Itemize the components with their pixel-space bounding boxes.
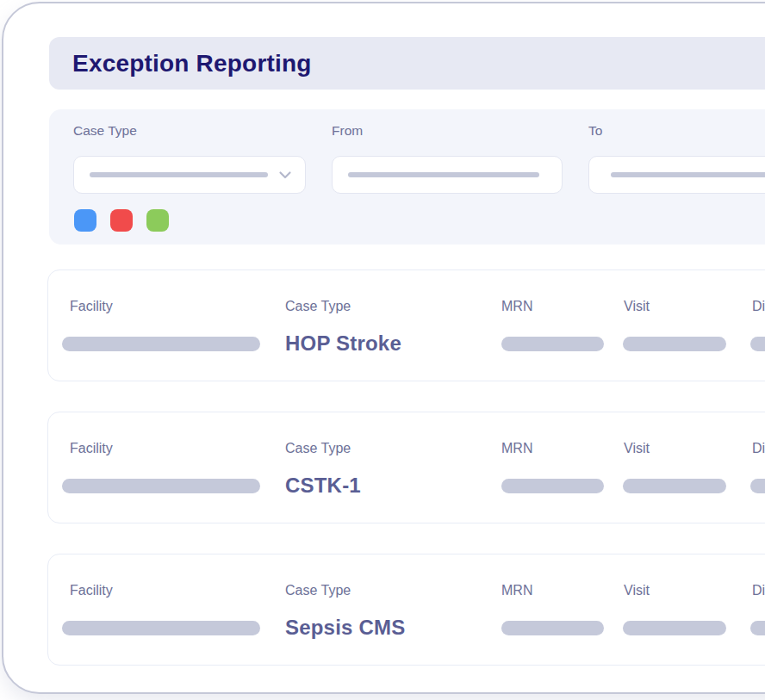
column-label-case-type: Case Type [285, 299, 351, 314]
visit-value-placeholder [623, 621, 726, 635]
discharge-value-placeholder [750, 479, 765, 493]
to-date-input[interactable] [588, 156, 765, 194]
discharge-value-placeholder [750, 621, 765, 635]
case-type-select[interactable] [73, 156, 306, 194]
filter-bar: Case Type From To [49, 109, 765, 245]
column-label-discharge: Di [752, 583, 765, 598]
to-input-placeholder [611, 172, 765, 177]
facility-value-placeholder [62, 479, 260, 493]
mrn-value-placeholder [501, 479, 604, 493]
mrn-value-placeholder [501, 621, 604, 635]
column-label-visit: Visit [624, 299, 650, 314]
column-label-mrn: MRN [501, 441, 532, 456]
column-label-mrn: MRN [501, 299, 532, 314]
case-type-value: HOP Stroke [285, 331, 401, 356]
page-title: Exception Reporting [72, 37, 312, 90]
column-label-mrn: MRN [501, 583, 532, 598]
chevron-down-icon [276, 165, 295, 184]
mrn-value-placeholder [501, 337, 604, 351]
page-header: Exception Reporting [49, 37, 765, 90]
column-label-case-type: Case Type [285, 583, 351, 598]
column-label-facility: Facility [70, 583, 113, 598]
exception-card-sepsis-cms[interactable]: Facility Case Type MRN Visit Di Sepsis C… [47, 554, 765, 666]
column-label-visit: Visit [624, 583, 650, 598]
facility-value-placeholder [62, 621, 260, 635]
visit-value-placeholder [623, 337, 726, 351]
exception-card-cstk-1[interactable]: Facility Case Type MRN Visit Di CSTK-1 [47, 412, 765, 523]
legend-chip-red[interactable] [110, 209, 133, 232]
column-label-visit: Visit [624, 441, 650, 456]
from-input-placeholder [348, 172, 539, 177]
legend-chip-blue[interactable] [74, 209, 96, 232]
visit-value-placeholder [623, 479, 726, 493]
column-label-facility: Facility [70, 441, 113, 456]
case-type-filter-label: Case Type [73, 123, 137, 139]
case-type-value: CSTK-1 [285, 474, 361, 498]
column-label-discharge: Di [752, 441, 765, 456]
column-label-discharge: Di [752, 299, 765, 314]
from-filter-label: From [332, 123, 363, 139]
status-legend [74, 209, 169, 232]
legend-chip-green[interactable] [146, 209, 169, 232]
exception-card-hop-stroke[interactable]: Facility Case Type MRN Visit Di HOP Stro… [47, 269, 765, 381]
facility-value-placeholder [62, 337, 260, 351]
case-type-value: Sepsis CMS [285, 616, 405, 640]
case-type-select-placeholder [90, 172, 268, 177]
from-date-input[interactable] [332, 156, 563, 194]
discharge-value-placeholder [750, 337, 765, 351]
column-label-case-type: Case Type [285, 441, 351, 456]
to-filter-label: To [588, 123, 602, 139]
column-label-facility: Facility [70, 299, 113, 314]
